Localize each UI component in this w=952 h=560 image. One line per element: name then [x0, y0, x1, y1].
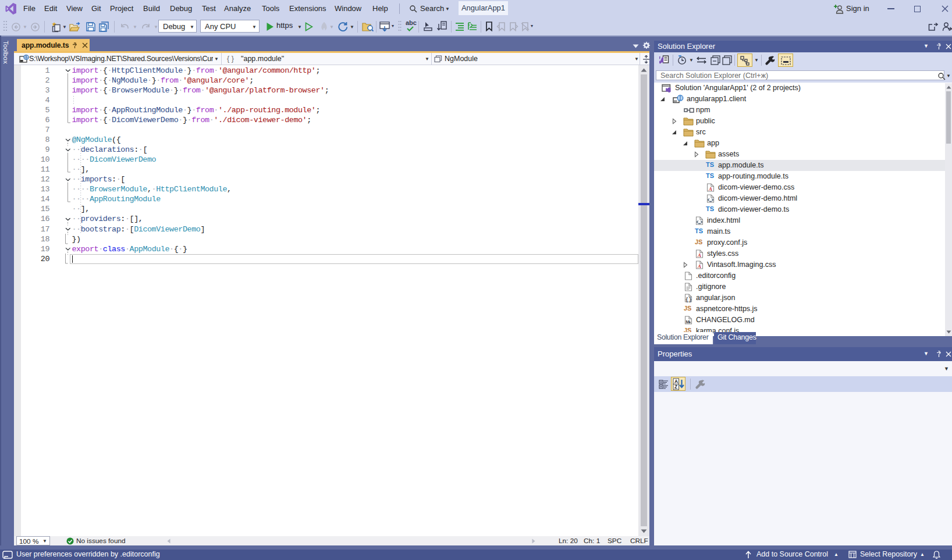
svg-text:A: A — [697, 263, 701, 269]
svg-text:A: A — [674, 379, 678, 384]
svg-text:A: A — [708, 186, 712, 192]
svg-text:A: A — [697, 252, 701, 258]
svg-text:Z: Z — [674, 384, 677, 390]
svg-text:{ }: { } — [686, 297, 692, 302]
svg-text:M: M — [685, 319, 689, 324]
